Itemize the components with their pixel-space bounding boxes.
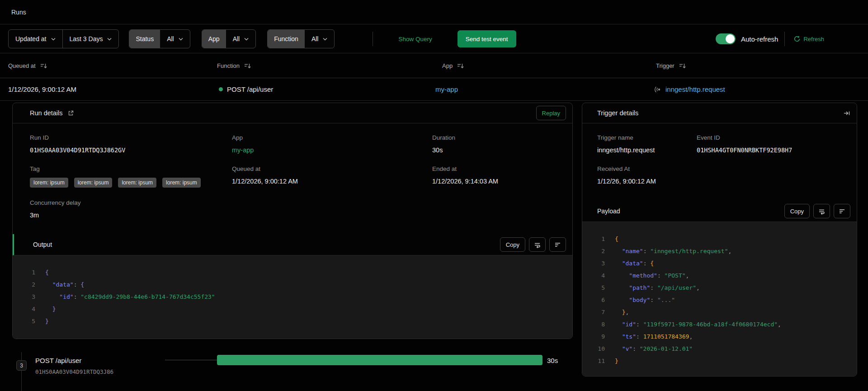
align-left-icon bbox=[554, 241, 561, 248]
run-queued-at: 1/12/2026, 9:00:12 AM bbox=[8, 78, 76, 100]
trigger-name-value: inngest/http.request bbox=[597, 146, 697, 154]
time-filter-group: Updated at Last 3 Days bbox=[8, 29, 119, 48]
refresh-button[interactable]: Refresh bbox=[791, 35, 827, 43]
wrap-text-icon bbox=[534, 241, 541, 248]
trigger-name-label: Trigger name bbox=[597, 134, 697, 141]
app-filter-label: App bbox=[202, 30, 226, 48]
refresh-label: Refresh bbox=[803, 36, 824, 42]
auto-refresh-label: Auto-refresh bbox=[741, 35, 778, 43]
sort-field-value: Updated at bbox=[15, 35, 47, 42]
wrap-text-button[interactable] bbox=[529, 237, 546, 252]
sort-icon[interactable] bbox=[40, 62, 47, 69]
code-line: 9 "ts": 1711051784369, bbox=[582, 330, 857, 343]
received-at-value: 1/12/26, 9:00:12 AM bbox=[597, 178, 697, 185]
sort-icon[interactable] bbox=[244, 62, 251, 69]
ended-at-label: Ended at bbox=[432, 165, 572, 172]
align-left-button[interactable] bbox=[834, 204, 850, 218]
event-id-label: Event ID bbox=[697, 134, 857, 141]
time-range-dropdown[interactable]: Last 3 Days bbox=[63, 30, 119, 48]
trigger-details-panel: Trigger details Trigger name inngest/htt… bbox=[582, 103, 857, 377]
status-value: All bbox=[167, 35, 174, 42]
column-app: App bbox=[442, 54, 464, 78]
replay-button[interactable]: Replay bbox=[536, 106, 566, 120]
app-label: App bbox=[232, 134, 432, 141]
trigger-details-fields: Trigger name inngest/http.request Receiv… bbox=[582, 123, 857, 201]
chevron-down-icon bbox=[323, 38, 327, 41]
wrap-text-button[interactable] bbox=[813, 204, 830, 218]
function-dropdown[interactable]: All bbox=[305, 30, 335, 48]
status-filter-group: Status All bbox=[129, 29, 190, 48]
queued-at-label: Queued at bbox=[232, 165, 432, 172]
timeline-duration-bar[interactable] bbox=[217, 355, 542, 365]
refresh-icon bbox=[794, 36, 800, 42]
page-title: Runs bbox=[11, 9, 26, 16]
function-filter-group: Function All bbox=[267, 29, 335, 48]
payload-title: Payload bbox=[597, 207, 620, 215]
tag-label: Tag bbox=[30, 165, 232, 172]
show-query-button[interactable]: Show Query bbox=[396, 35, 434, 43]
sort-icon[interactable] bbox=[679, 62, 686, 69]
run-app-link[interactable]: my-app bbox=[435, 78, 458, 100]
top-bar: Runs bbox=[0, 0, 868, 24]
sort-field-dropdown[interactable]: Updated at bbox=[9, 30, 62, 48]
chevron-down-icon bbox=[107, 38, 112, 41]
status-dropdown[interactable]: All bbox=[160, 30, 190, 48]
chevron-down-icon bbox=[244, 38, 249, 41]
divider bbox=[373, 32, 373, 46]
copy-button[interactable]: Copy bbox=[500, 237, 525, 252]
app-dropdown[interactable]: All bbox=[226, 30, 256, 48]
function-value: All bbox=[311, 35, 319, 42]
received-at-label: Received At bbox=[597, 165, 697, 172]
status-filter-label: Status bbox=[129, 30, 160, 48]
code-line: 5 "path": "/api/user", bbox=[582, 282, 857, 294]
output-title: Output bbox=[33, 241, 52, 248]
timeline-function-name: POST /api/user bbox=[35, 357, 81, 364]
code-line: 8 "id": "119f5971-9878-46bd-a18f-4f06801… bbox=[582, 318, 857, 330]
auto-refresh-toggle[interactable] bbox=[716, 33, 736, 44]
send-test-event-button[interactable]: Send test event bbox=[458, 30, 516, 47]
code-line: 6 "body": "..." bbox=[582, 294, 857, 306]
run-details-title: Run details bbox=[30, 109, 63, 117]
tag-badge: lorem: ipsum bbox=[162, 178, 201, 188]
timeline-step-count-badge[interactable]: 3 bbox=[16, 360, 27, 371]
column-function: Function bbox=[217, 54, 251, 78]
time-range-value: Last 3 Days bbox=[70, 35, 103, 42]
code-line: 11} bbox=[582, 355, 857, 367]
run-row[interactable]: 1/12/2026, 9:00:12 AM POST /api/user my-… bbox=[0, 78, 868, 101]
collapse-right-icon bbox=[843, 110, 850, 117]
code-line: 5} bbox=[13, 315, 572, 327]
app-link[interactable]: my-app bbox=[232, 146, 432, 154]
app-filter-group: App All bbox=[202, 29, 256, 48]
code-line: 2 "data": { bbox=[13, 278, 572, 291]
duration-label: Duration bbox=[432, 134, 572, 141]
divider bbox=[784, 32, 785, 46]
webhook-icon bbox=[654, 86, 661, 93]
code-line: 4 } bbox=[13, 303, 572, 315]
run-details-panel: Run details Replay Run ID 01HS0AA03V04D9… bbox=[12, 103, 573, 339]
align-left-icon bbox=[839, 208, 845, 215]
code-line: 2 "name": "inngest/http.request", bbox=[582, 245, 857, 257]
runs-table-header: Queued at Function App Trigger bbox=[0, 54, 868, 78]
sort-icon[interactable] bbox=[457, 62, 464, 69]
external-link-icon[interactable] bbox=[67, 110, 74, 117]
code-line: 1{ bbox=[13, 266, 572, 278]
output-section-header: Output Copy bbox=[13, 234, 572, 255]
run-trigger-link[interactable]: inngest/http.request bbox=[654, 78, 725, 100]
code-line: 3 "data": { bbox=[582, 257, 857, 269]
queued-at-value: 1/12/2026, 9:00:12 AM bbox=[232, 178, 432, 185]
function-filter-label: Function bbox=[268, 30, 305, 48]
timeline-run-id: 01HS0AA03V04D91RTDQ3J86 bbox=[35, 368, 113, 375]
payload-code-block: 1{2 "name": "inngest/http.request",3 "da… bbox=[582, 222, 857, 376]
chevron-down-icon bbox=[51, 38, 56, 41]
wrap-text-icon bbox=[818, 208, 825, 215]
run-id-label: Run ID bbox=[30, 134, 232, 141]
align-left-button[interactable] bbox=[549, 237, 566, 252]
status-dot-icon bbox=[219, 87, 223, 91]
run-function[interactable]: POST /api/user bbox=[219, 78, 273, 100]
code-line: 1{ bbox=[582, 233, 857, 245]
concurrency-delay-label: Concurrency delay bbox=[30, 199, 232, 206]
copy-button[interactable]: Copy bbox=[784, 204, 810, 218]
timeline-connector-line bbox=[21, 352, 22, 391]
collapse-panel-button[interactable] bbox=[843, 110, 850, 117]
runs-page: Runs Updated at Last 3 Days Status All bbox=[0, 0, 868, 391]
